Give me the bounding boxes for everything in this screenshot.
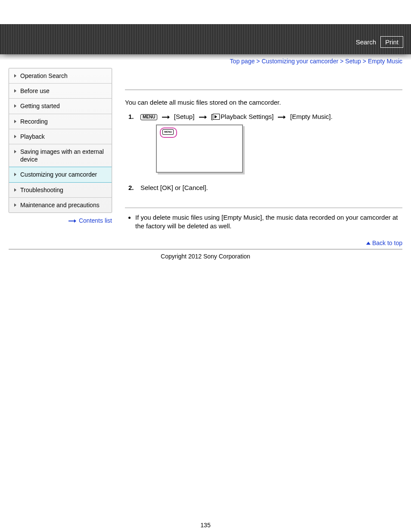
arrow-right-icon — [278, 115, 286, 119]
step-1: MENU [Setup] [Playback Settings] [Empty … — [140, 110, 402, 181]
sidebar: Operation Search Before use Getting star… — [9, 68, 112, 213]
sidebar-item-maintenance[interactable]: Maintenance and precautions — [9, 198, 112, 212]
sidebar-item-before-use[interactable]: Before use — [9, 84, 112, 99]
sidebar-item-customizing[interactable]: Customizing your camcorder — [9, 167, 112, 182]
copyright-text: Copyright 2012 Sony Corporation — [0, 249, 411, 263]
figure-menu-badge: MENU — [162, 129, 174, 135]
page-number: 135 — [0, 522, 411, 532]
header-band: Search Print — [0, 24, 411, 54]
sidebar-item-getting-started[interactable]: Getting started — [9, 99, 112, 114]
playback-icon — [213, 114, 220, 120]
sidebar-item-operation-search[interactable]: Operation Search — [9, 68, 112, 84]
search-button[interactable]: Search — [356, 38, 377, 46]
print-button[interactable]: Print — [380, 36, 403, 48]
menu-badge-icon: MENU — [140, 114, 157, 120]
step-2: Select [OK] or [Cancel]. — [140, 181, 402, 196]
sidebar-item-playback[interactable]: Playback — [9, 129, 112, 144]
triangle-up-icon — [366, 242, 371, 245]
contents-list-link[interactable]: Contents list — [79, 217, 112, 224]
back-to-top-row: Back to top — [125, 233, 402, 249]
arrow-right-icon — [162, 115, 170, 119]
sidebar-item-troubleshooting[interactable]: Troubleshooting — [9, 183, 112, 198]
arrow-right-icon — [68, 219, 76, 223]
arrow-right-icon — [199, 115, 207, 119]
notes-list: If you delete music files using [Empty M… — [125, 213, 402, 231]
back-to-top-link[interactable]: Back to top — [372, 240, 402, 246]
sidebar-item-recording[interactable]: Recording — [9, 114, 112, 129]
intro-text: You can delete all music files stored on… — [125, 99, 402, 106]
main-content: You can delete all music files stored on… — [125, 68, 402, 249]
step-1-seg1: [Setup] — [174, 113, 195, 120]
sidebar-item-saving-images[interactable]: Saving images with an external device — [9, 144, 112, 167]
section-divider — [125, 90, 402, 90]
step-1-seg2: Playback Settings] — [221, 113, 274, 120]
contents-list-row: Contents list — [9, 213, 112, 224]
step-1-seg3: [Empty Music]. — [290, 113, 333, 120]
screen-figure: MENU — [156, 124, 243, 173]
note-1: If you delete music files using [Empty M… — [135, 213, 402, 231]
notes-divider — [125, 208, 402, 208]
